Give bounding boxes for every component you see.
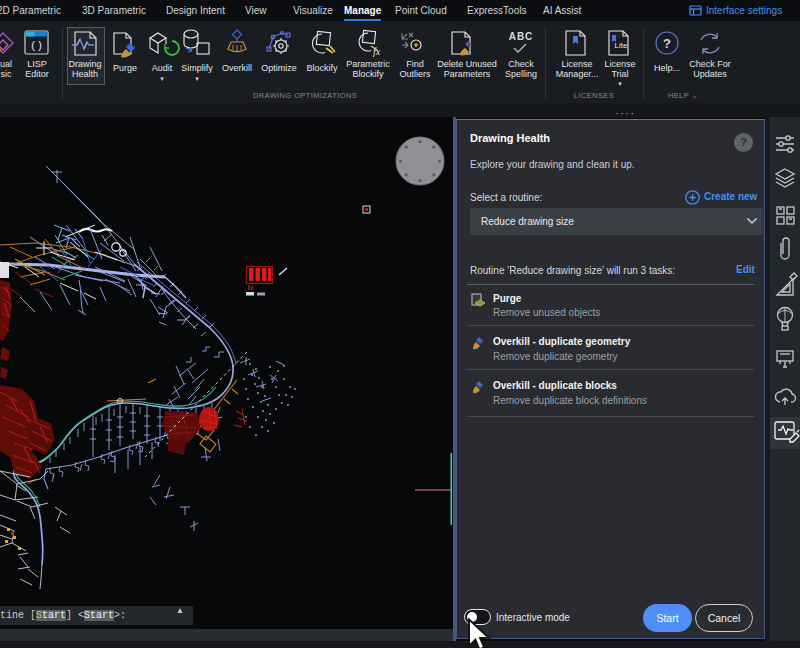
svg-text:fx: fx <box>373 46 381 57</box>
svg-text:(): () <box>30 40 43 52</box>
svg-text:?: ? <box>663 36 671 51</box>
svg-text:Lite: Lite <box>615 41 628 50</box>
svg-text:ABC: ABC <box>509 31 534 42</box>
